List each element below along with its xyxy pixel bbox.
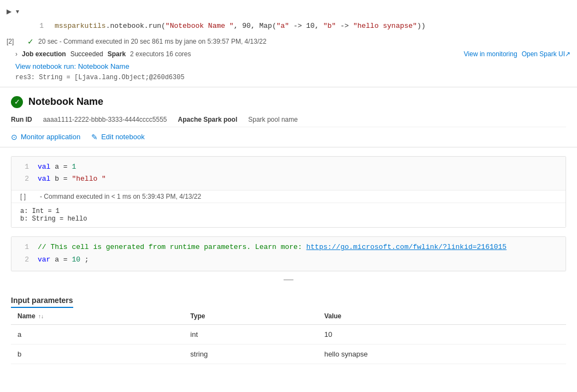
run-id-value: aaaa1111-2222-bbbb-3333-4444cccc5555 xyxy=(43,116,167,123)
col-header-type: Type xyxy=(184,308,317,325)
inner-code-2: val b = "hello " xyxy=(38,174,106,185)
chevron-icon[interactable]: ▾ xyxy=(16,8,19,15)
inner-line-num-1: 1 xyxy=(20,162,29,173)
cell-number-top: [2] xyxy=(7,38,23,45)
notebook-title-row: ✓ Notebook Name xyxy=(11,96,566,108)
res-output: res3: String = [Ljava.lang.Object;@260d6… xyxy=(0,73,577,87)
cell-name: a xyxy=(11,324,184,344)
second-line-num-2: 2 xyxy=(20,254,29,266)
first-inner-code: 1 val a = 1 2 val b = "hello " xyxy=(11,157,566,191)
monitor-application-button[interactable]: ⊙ Monitor application xyxy=(11,133,80,141)
spark-detail: 2 executors 16 cores xyxy=(130,50,191,58)
first-inner-cell-result: [ ] - Command executed in < 1 ms on 5:39… xyxy=(11,190,566,203)
run-id-row: Run ID aaaa1111-2222-bbbb-3333-4444cccc5… xyxy=(11,112,566,127)
top-code-section: ▶ ▾ 1 mssparkutils.notebook.run("Noteboo… xyxy=(0,0,577,87)
spark-pool-value: Spark pool name xyxy=(248,116,298,123)
second-line-num-1: 1 xyxy=(20,242,29,253)
notebook-section: ✓ Notebook Name Run ID aaaa1111-2222-bbb… xyxy=(0,87,577,147)
spark-pool-label: Apache Spark pool xyxy=(178,116,238,123)
spark-label: Spark xyxy=(108,50,126,58)
job-status: Succeeded xyxy=(70,50,103,58)
params-table-header: Name ↑↓ Type Value xyxy=(11,308,566,325)
params-title: Input parameters xyxy=(11,296,73,308)
learn-more-link[interactable]: https://go.microsoft.com/fwlink/?linkid=… xyxy=(306,243,507,251)
edit-label: Edit notebook xyxy=(101,133,145,141)
col-header-value: Value xyxy=(317,308,566,325)
play-icon[interactable]: ▶ xyxy=(7,8,11,15)
output-line-1: a: Int = 1 xyxy=(20,207,557,215)
monitor-icon: ⊙ xyxy=(11,133,17,141)
cell-type: string xyxy=(184,344,317,364)
comment-part: // This cell is generated from runtime p… xyxy=(38,243,306,251)
second-inner-code: 1 // This cell is generated from runtime… xyxy=(11,237,566,271)
sort-icon-name[interactable]: ↑↓ xyxy=(38,313,44,319)
table-row: a int 10 xyxy=(11,324,566,344)
params-table-body: a int 10 b string hello synapse xyxy=(11,324,566,364)
success-check-icon: ✓ xyxy=(14,98,20,106)
inner-code-line-1: 1 val a = 1 xyxy=(11,161,566,174)
params-table: Name ↑↓ Type Value a int 10 b string hel… xyxy=(11,308,566,364)
cell-value: 10 xyxy=(317,324,566,344)
open-spark-ui-link[interactable]: Open Spark UI↗ xyxy=(522,50,570,58)
edit-icon: ✎ xyxy=(91,133,98,141)
inner-code-line-2: 2 val b = "hello " xyxy=(11,173,566,186)
cells-wrapper: 1 val a = 1 2 val b = "hello " [ ] - Com… xyxy=(0,147,577,296)
monitoring-links: View in monitoring Open Spark UI↗ xyxy=(464,50,570,58)
second-code-content-2: var a = 10 ; xyxy=(38,254,89,266)
edit-notebook-button[interactable]: ✎ Edit notebook xyxy=(91,133,145,141)
line-number-1: 1 xyxy=(33,21,44,32)
cell-name: b xyxy=(11,344,184,364)
view-run-link-row: View notebook run: Notebook Name xyxy=(0,60,577,73)
cell-type: int xyxy=(184,324,317,344)
inner-cell-number: [ ] xyxy=(20,193,33,200)
inner-code-1: val a = 1 xyxy=(38,162,76,173)
output-line-2: b: String = hello xyxy=(20,215,557,223)
result-text-top: 20 sec - Command executed in 20 sec 861 … xyxy=(38,38,267,45)
inner-result-text: - Command executed in < 1 ms on 5:39:43 … xyxy=(40,193,201,200)
scroll-indicator: — xyxy=(11,271,566,287)
job-label: Job execution xyxy=(22,50,66,58)
table-row: b string hello synapse xyxy=(11,344,566,364)
expand-arrow-icon[interactable]: › xyxy=(15,50,17,58)
col-header-name: Name ↑↓ xyxy=(11,308,184,325)
header-row: Name ↑↓ Type Value xyxy=(11,308,566,325)
run-id-label: Run ID xyxy=(11,116,32,123)
code-line-1: 1 mssparkutils.notebook.run("Notebook Na… xyxy=(33,21,544,32)
code-block-main: 1 mssparkutils.notebook.run("Notebook Na… xyxy=(0,17,577,35)
second-code-content-1: // This cell is generated from runtime p… xyxy=(38,242,507,253)
cell-controls: ▶ ▾ xyxy=(0,5,577,17)
params-section: Input parameters Name ↑↓ Type Value a in… xyxy=(0,296,577,375)
cell-value: hello synapse xyxy=(317,344,566,364)
first-inner-output: a: Int = 1 b: String = hello xyxy=(11,203,566,227)
first-inner-cell: 1 val a = 1 2 val b = "hello " [ ] - Com… xyxy=(11,156,566,228)
code-content-1: mssparkutils.notebook.run("Notebook Name… xyxy=(55,21,426,32)
second-code-line-1: 1 // This cell is generated from runtime… xyxy=(11,241,566,254)
second-inner-cell: 1 // This cell is generated from runtime… xyxy=(11,236,566,271)
view-notebook-run-link[interactable]: View notebook run: Notebook Name xyxy=(15,62,129,70)
check-icon: ✓ xyxy=(27,37,34,46)
monitor-label: Monitor application xyxy=(21,133,80,141)
view-monitoring-link[interactable]: View in monitoring xyxy=(464,50,517,58)
success-circle: ✓ xyxy=(11,96,23,108)
inner-line-num-2: 2 xyxy=(20,174,29,185)
second-code-line-2: 2 var a = 10 ; xyxy=(11,254,566,266)
notebook-actions: ⊙ Monitor application ✎ Edit notebook xyxy=(11,127,566,147)
job-execution-row: › Job execution Succeeded Spark 2 execut… xyxy=(0,48,577,60)
notebook-title: Notebook Name xyxy=(28,96,103,108)
